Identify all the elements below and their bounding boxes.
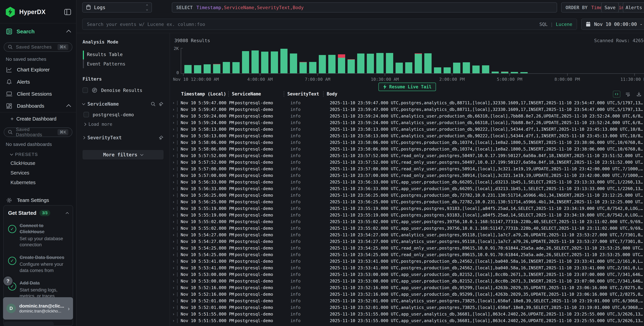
table-row[interactable]: ›Nov 10 5:52:01.000 PMpostgresql-demoinf… bbox=[170, 304, 644, 311]
table-row[interactable]: ›Nov 10 5:53:00.000 PMpostgresql-demoinf… bbox=[170, 278, 644, 284]
table-row[interactable]: ›Nov 10 5:54:27.000 PMpostgresql-demoinf… bbox=[170, 231, 644, 238]
alerts-button[interactable]: Alerts bbox=[623, 2, 644, 13]
user-account-button[interactable]: D dominic.tran@clic... dominic.tran@clic… bbox=[3, 297, 73, 319]
table-row[interactable]: ›Nov 10 5:51:55.000 PMpostgresql-demoinf… bbox=[170, 311, 644, 317]
table-row[interactable]: ›Nov 10 5:51:55.000 PMpostgresql-demoinf… bbox=[170, 317, 644, 324]
sidebar-item-alerts[interactable]: Alerts bbox=[0, 76, 76, 88]
expand-row-icon[interactable]: › bbox=[170, 265, 177, 270]
table-row[interactable]: ›Nov 10 5:58:13.000 PMpostgresql-demoinf… bbox=[170, 126, 644, 133]
table-row[interactable]: ›Nov 10 5:56:25.000 PMpostgresql-demoinf… bbox=[170, 192, 644, 199]
table-row[interactable]: ›Nov 10 5:54:25.000 PMpostgresql-demoinf… bbox=[170, 251, 644, 258]
expand-row-icon[interactable]: › bbox=[170, 180, 177, 184]
resume-live-tail-button[interactable]: Resume Live Tail bbox=[378, 83, 436, 91]
sidebar-item-chart-explorer[interactable]: Chart Explorer bbox=[0, 64, 76, 76]
expand-row-icon[interactable]: › bbox=[170, 107, 177, 112]
expand-row-icon[interactable]: › bbox=[170, 120, 177, 125]
expand-row-icon[interactable]: › bbox=[170, 259, 177, 264]
table-row[interactable]: ›Nov 10 5:58:06.000 PMpostgresql-demoinf… bbox=[170, 146, 644, 152]
facet-value-postgresql-demo[interactable]: postgresql-demo bbox=[84, 112, 164, 117]
expand-row-icon[interactable]: › bbox=[170, 200, 177, 204]
source-select[interactable]: Logs ⌃⌄ bbox=[82, 2, 152, 13]
facet-severitytext-header[interactable]: SeverityText bbox=[82, 135, 164, 141]
get-started-item[interactable]: ✓Create Data SourcesConfigure where your… bbox=[8, 254, 68, 273]
wrap-text-icon[interactable] bbox=[624, 91, 632, 98]
expand-row-icon[interactable]: › bbox=[170, 298, 177, 303]
sidebar-item-client-sessions[interactable]: Client Sessions bbox=[0, 88, 76, 100]
create-dashboard-button[interactable]: + Create Dashboard bbox=[0, 112, 76, 125]
expand-row-icon[interactable]: › bbox=[170, 153, 177, 158]
table-row[interactable]: ›Nov 10 5:52:16.000 PMpostgresql-demoinf… bbox=[170, 284, 644, 291]
table-row[interactable]: ›Nov 10 5:52:16.000 PMpostgresql-demoinf… bbox=[170, 291, 644, 297]
get-started-header[interactable]: Get Started 3/3 bbox=[8, 210, 68, 216]
pin-icon[interactable] bbox=[158, 135, 164, 140]
table-row[interactable]: ›Nov 10 5:55:19.000 PMpostgresql-demoinf… bbox=[170, 212, 644, 218]
expand-row-icon[interactable]: › bbox=[170, 272, 177, 277]
denoise-results-row[interactable]: Denoise Results bbox=[82, 87, 164, 93]
table-row[interactable]: ›Nov 10 5:57:00.000 PMpostgresql-demoinf… bbox=[170, 172, 644, 179]
table-row[interactable]: ›Nov 10 5:54:27.000 PMpostgresql-demoinf… bbox=[170, 238, 644, 245]
expand-row-icon[interactable]: › bbox=[170, 193, 177, 198]
lucene-search-input[interactable]: Search your events w/ Lucene ex. column:… bbox=[82, 19, 577, 30]
help-button[interactable]: ? bbox=[4, 276, 12, 285]
column-header-timestamp[interactable]: Timestamp (Local) bbox=[170, 91, 228, 97]
expand-row-icon[interactable]: › bbox=[170, 186, 177, 191]
facet-search-icon[interactable] bbox=[151, 102, 156, 107]
table-row[interactable]: ›Nov 10 5:56:25.000 PMpostgresql-demoinf… bbox=[170, 199, 644, 205]
expand-row-icon[interactable]: › bbox=[170, 233, 177, 237]
expand-row-icon[interactable]: › bbox=[170, 305, 177, 310]
expand-row-icon[interactable]: › bbox=[170, 292, 177, 297]
column-header-severitytext[interactable]: SeverityText bbox=[284, 91, 323, 97]
expand-row-icon[interactable]: › bbox=[170, 226, 177, 231]
sidebar-preset-kubernetes[interactable]: Kubernetes bbox=[0, 178, 76, 187]
expand-row-icon[interactable]: › bbox=[170, 206, 177, 211]
expand-row-icon[interactable]: › bbox=[170, 147, 177, 151]
table-row[interactable]: ›Nov 10 5:58:13.000 PMpostgresql-demoinf… bbox=[170, 133, 644, 139]
saved-searches-input[interactable]: Saved Searches ⌘K bbox=[4, 42, 72, 52]
table-row[interactable]: ›Nov 10 5:57:52.000 PMpostgresql-demoinf… bbox=[170, 159, 644, 166]
column-resize-handle[interactable] bbox=[323, 91, 324, 97]
expand-row-icon[interactable]: › bbox=[170, 127, 177, 132]
lucene-mode-option[interactable]: Lucene bbox=[556, 22, 572, 27]
sidebar-item-search[interactable]: Search bbox=[0, 23, 76, 40]
table-row[interactable]: ›Nov 10 5:59:24.000 PMpostgresql-demoinf… bbox=[170, 119, 644, 126]
table-row[interactable]: ›Nov 10 5:55:02.000 PMpostgresql-demoinf… bbox=[170, 218, 644, 225]
column-config-icon[interactable] bbox=[613, 91, 620, 98]
facet-checkbox[interactable] bbox=[84, 112, 89, 117]
denoise-checkbox[interactable] bbox=[82, 88, 88, 93]
table-row[interactable]: ›Nov 10 5:54:25.000 PMpostgresql-demoinf… bbox=[170, 245, 644, 251]
column-resize-handle[interactable] bbox=[284, 91, 284, 97]
expand-row-icon[interactable]: › bbox=[170, 213, 177, 217]
expand-row-icon[interactable]: › bbox=[170, 140, 177, 145]
sidebar-preset-services[interactable]: Services bbox=[0, 168, 76, 178]
expand-row-icon[interactable]: › bbox=[170, 318, 177, 323]
expand-row-icon[interactable]: › bbox=[170, 167, 177, 171]
mode-event-patterns[interactable]: Event Patterns bbox=[87, 59, 164, 69]
sidebar-item-dashboards[interactable]: Dashboards bbox=[0, 100, 76, 112]
sidebar-item-team-settings[interactable]: Team Settings bbox=[0, 194, 76, 206]
table-row[interactable]: ›Nov 10 5:59:47.000 PMpostgresql-demoinf… bbox=[170, 106, 644, 113]
table-row[interactable]: ›Nov 10 5:53:41.000 PMpostgresql-demoinf… bbox=[170, 258, 644, 264]
table-row[interactable]: ›Nov 10 5:57:00.000 PMpostgresql-demoinf… bbox=[170, 166, 644, 172]
expand-row-icon[interactable]: › bbox=[170, 173, 177, 178]
expand-row-icon[interactable]: › bbox=[170, 134, 177, 138]
save-button[interactable]: Save bbox=[601, 2, 619, 13]
table-row[interactable]: ›Nov 10 5:52:01.000 PMpostgresql-demoinf… bbox=[170, 297, 644, 304]
column-resize-handle[interactable] bbox=[228, 91, 229, 97]
table-row[interactable]: ›Nov 10 5:53:00.000 PMpostgresql-demoinf… bbox=[170, 271, 644, 278]
table-row[interactable]: ›Nov 10 5:53:41.000 PMpostgresql-demoinf… bbox=[170, 264, 644, 271]
pin-icon[interactable] bbox=[158, 102, 164, 107]
load-more-button[interactable]: Load more bbox=[84, 122, 164, 127]
expand-row-icon[interactable]: › bbox=[170, 285, 177, 290]
expand-row-icon[interactable]: › bbox=[170, 246, 177, 250]
table-row[interactable]: ›Nov 10 5:56:33.000 PMpostgresql-demoinf… bbox=[170, 179, 644, 185]
download-icon[interactable] bbox=[635, 91, 643, 98]
expand-row-icon[interactable]: › bbox=[170, 160, 177, 165]
facet-servicename-header[interactable]: ServiceName bbox=[82, 101, 164, 107]
column-header-body[interactable]: Body bbox=[323, 91, 644, 97]
expand-row-icon[interactable]: › bbox=[170, 239, 177, 244]
expand-row-icon[interactable]: › bbox=[170, 114, 177, 119]
select-columns-input[interactable]: SELECT Timestamp ,ServiceName,SeverityTe… bbox=[172, 2, 557, 13]
table-row[interactable]: ›Nov 10 5:58:06.000 PMpostgresql-demoinf… bbox=[170, 139, 644, 146]
expand-row-icon[interactable]: › bbox=[170, 252, 177, 257]
column-header-servicename[interactable]: ServiceName bbox=[228, 91, 284, 97]
